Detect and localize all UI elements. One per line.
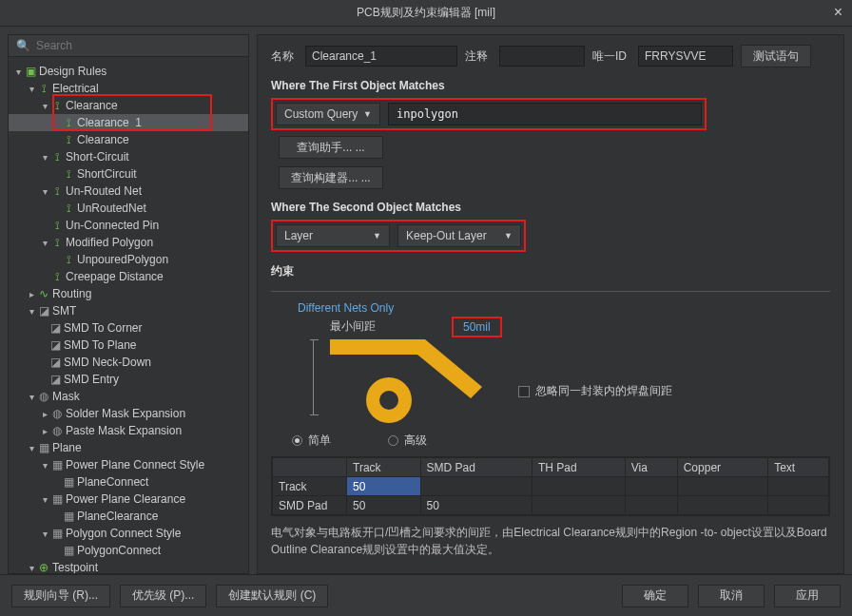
apply-button[interactable]: 应用 — [774, 585, 841, 607]
uid-input[interactable] — [638, 46, 733, 67]
grid-header: Track — [347, 458, 421, 477]
tree-ppcs[interactable]: ▾▦Power Plane Connect Style — [9, 456, 248, 473]
tree-unpoured[interactable]: ⟟UnpouredPolygon — [9, 251, 248, 268]
different-nets-link[interactable]: Different Nets Only — [298, 301, 830, 315]
tree-clearance-1[interactable]: ⟟Clearance_1 — [9, 114, 248, 131]
leaf-icon: ⟟ — [62, 202, 75, 215]
window-title: PCB规则及约束编辑器 [mil] — [357, 5, 495, 21]
tree-routing[interactable]: ▸∿Routing — [9, 285, 248, 302]
tree-testpoint[interactable]: ▾⊕Testpoint — [9, 559, 248, 573]
grid-cell[interactable] — [677, 496, 767, 515]
grid-header: TH Pad — [532, 458, 625, 477]
cancel-button[interactable]: 取消 — [698, 585, 765, 607]
grid-cell[interactable]: 50 — [347, 496, 421, 515]
query-helper-button[interactable]: 查询助手... ... — [279, 136, 383, 159]
tree-short[interactable]: ▾⟟Short-Circuit — [9, 148, 248, 165]
grid-cell[interactable] — [532, 477, 625, 496]
tree-plane[interactable]: ▾▦Plane — [9, 439, 248, 456]
name-input[interactable] — [305, 46, 457, 67]
rule-wizard-button[interactable]: 规则向导 (R)... — [11, 585, 110, 607]
tree-planeclearance[interactable]: ▦PlaneClearance — [9, 508, 248, 525]
close-icon[interactable]: × — [834, 4, 842, 21]
tree-solder-mask[interactable]: ▸◍Solder Mask Expansion — [9, 405, 248, 422]
first-match-heading: Where The First Object Matches — [271, 79, 830, 92]
tree-smd-neck[interactable]: ◪SMD Neck-Down — [9, 354, 248, 371]
leaf-icon: ▦ — [62, 510, 75, 523]
tree-unroutednet[interactable]: ⟟UnRoutedNet — [9, 200, 248, 217]
mode-advanced-radio[interactable]: 高级 — [388, 433, 427, 449]
dimension-line — [313, 339, 320, 415]
ignore-same-footprint[interactable]: 忽略同一封装内的焊盘间距 — [518, 383, 672, 399]
leaf-icon: ▦ — [50, 527, 64, 540]
leaf-icon: ⟟ — [62, 133, 75, 146]
query-builder-button[interactable]: 查询构建器... ... — [279, 166, 383, 189]
grid-cell[interactable]: 50 — [347, 477, 421, 496]
leaf-icon: ⟟ — [62, 253, 75, 266]
grid-cell[interactable] — [768, 477, 829, 496]
grid-header: SMD Pad — [420, 458, 532, 477]
tree-mask[interactable]: ▾◍Mask — [9, 388, 248, 405]
constraints-heading: 约束 — [271, 263, 830, 279]
grid-cell[interactable] — [677, 477, 767, 496]
rule-icon: ⟟ — [50, 270, 64, 283]
chevron-down-icon: ▼ — [373, 231, 381, 241]
create-defaults-button[interactable]: 创建默认规则 (C) — [216, 585, 328, 607]
grid-cell[interactable] — [625, 477, 677, 496]
tree-smd-entry[interactable]: ◪SMD Entry — [9, 371, 248, 388]
mode-simple-radio[interactable]: 简单 — [292, 433, 331, 449]
table-row[interactable]: Track 50 — [273, 477, 829, 496]
rule-icon: ⟟ — [37, 82, 50, 95]
min-clearance-label: 最小间距 — [330, 318, 376, 335]
comment-input[interactable] — [499, 46, 585, 67]
grid-cell[interactable]: 50 — [420, 496, 532, 515]
tree-ppc[interactable]: ▾▦Power Plane Clearance — [9, 491, 248, 508]
search-box[interactable]: 🔍 — [9, 35, 248, 57]
search-input[interactable] — [36, 39, 241, 52]
clearance-shape-icon — [330, 339, 492, 425]
ok-button[interactable]: 确定 — [622, 585, 688, 607]
first-match-mode[interactable]: Custom Query▼ — [276, 103, 380, 125]
tree-shortcircuit[interactable]: ⟟ShortCircuit — [9, 165, 248, 183]
tree-smd-corner[interactable]: ◪SMD To Corner — [9, 319, 248, 337]
comment-label: 注释 — [465, 48, 492, 65]
tree-root[interactable]: ▾▣Design Rules — [9, 63, 248, 80]
right-panel: 名称 注释 唯一ID 测试语句 Where The First Object M… — [257, 34, 844, 574]
grid-cell[interactable] — [768, 496, 829, 515]
rule-icon: ⊕ — [37, 561, 50, 573]
first-match-query[interactable]: inpolygon — [388, 103, 702, 125]
second-match-value[interactable]: Keep-Out Layer▼ — [397, 224, 521, 247]
tree-pcs[interactable]: ▾▦Polygon Connect Style — [9, 525, 248, 542]
rule-icon: ◪ — [37, 304, 50, 318]
folder-icon: ▣ — [24, 65, 37, 78]
second-match-mode[interactable]: Layer▼ — [276, 224, 390, 247]
tree-modpoly[interactable]: ▾⟟Modified Polygon — [9, 234, 248, 251]
leaf-icon: ▦ — [50, 458, 64, 472]
tree-creepage[interactable]: ⟟Creepage Distance — [9, 268, 248, 285]
table-row[interactable]: SMD Pad 50 50 — [273, 496, 829, 515]
leaf-icon: ▦ — [62, 544, 75, 557]
tree-unrouted[interactable]: ▾⟟Un-Routed Net — [9, 183, 248, 200]
tree-polygonconnect[interactable]: ▦PolygonConnect — [9, 542, 248, 559]
grid-cell[interactable] — [420, 477, 532, 496]
test-query-button[interactable]: 测试语句 — [741, 45, 811, 67]
min-clearance-value[interactable]: 50mil — [452, 317, 502, 337]
clearance-grid[interactable]: Track SMD Pad TH Pad Via Copper Text Tra… — [271, 456, 830, 516]
rule-tree[interactable]: ▾▣Design Rules ▾⟟Electrical ▾⟟Clearance … — [9, 57, 248, 573]
tree-planeconnect[interactable]: ▦PlaneConnect — [9, 473, 248, 491]
tree-paste-mask[interactable]: ▸◍Paste Mask Expansion — [9, 422, 248, 439]
rule-icon: ▦ — [37, 441, 50, 454]
tree-smt[interactable]: ▾◪SMT — [9, 302, 248, 319]
tree-unconnected[interactable]: ⟟Un-Connected Pin — [9, 217, 248, 234]
tree-smd-plane[interactable]: ◪SMD To Plane — [9, 337, 248, 354]
grid-header: Text — [768, 458, 829, 477]
rule-icon: ⟟ — [50, 184, 64, 198]
tree-clearance[interactable]: ▾⟟Clearance — [9, 97, 248, 114]
grid-cell[interactable] — [625, 496, 677, 515]
clearance-visual: 最小间距 50mil 忽略同一封装内的焊盘间距 — [290, 318, 830, 423]
tree-electrical[interactable]: ▾⟟Electrical — [9, 80, 248, 97]
grid-cell[interactable] — [532, 496, 625, 515]
leaf-icon: ▦ — [62, 475, 75, 489]
priority-button[interactable]: 优先级 (P)... — [120, 585, 206, 607]
ignore-checkbox[interactable] — [518, 386, 530, 397]
tree-clearance-leaf[interactable]: ⟟Clearance — [9, 131, 248, 148]
